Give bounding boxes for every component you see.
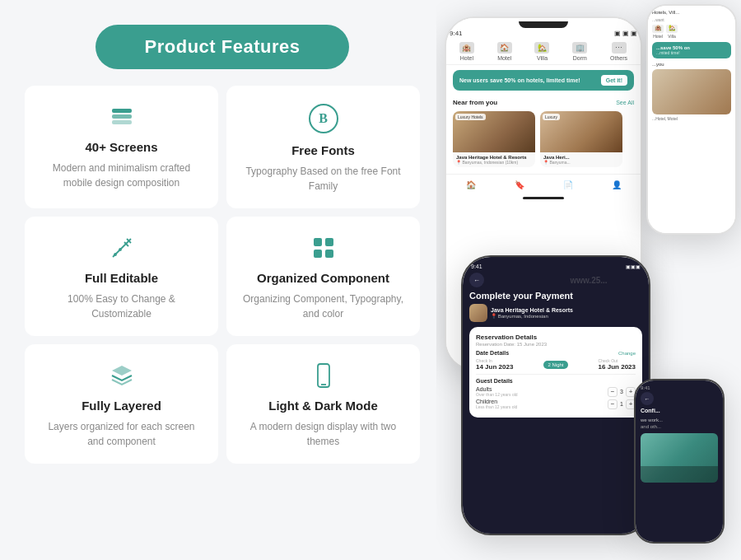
cat-dorm: 🏢 Dorm (572, 42, 587, 61)
svg-rect-10 (325, 238, 333, 246)
layers-icon (109, 104, 135, 130)
svg-rect-2 (112, 109, 132, 113)
cat-villa: 🏡 Villa (534, 42, 549, 61)
date-details-row: Date Details Change (476, 350, 636, 356)
phone-screen-dark: 9:41 ▣▣▣ ← Complete your Payment Java He… (463, 257, 649, 534)
phone-right-partial-1: Hotels, Vill... ...want 🏨 Hotel 🏡 Villa … (646, 4, 737, 235)
feature-desc-screens: Modern and minimalism crafted mobile des… (40, 161, 203, 190)
right-panel: 9:41 ▣ ▣ ▣ 🏨 Hotel 🏠 Motel 🏡 Villa (436, 0, 741, 560)
feature-desc-fonts: Typography Based on the free Font Family (241, 164, 405, 194)
hotel-img-2: Luxury (540, 111, 622, 152)
feature-card-layered: Fully Layered Layers organized for each … (25, 344, 218, 464)
adults-row: Adults Over than 12 years old − 3 + (476, 386, 636, 397)
features-grid: 40+ Screens Modern and minimalism crafte… (25, 86, 420, 464)
svg-rect-9 (314, 238, 322, 246)
feature-title-layered: Fully Layered (82, 399, 161, 413)
feature-title-editable: Full Editable (85, 271, 158, 285)
nav-profile-icon[interactable]: 👤 (611, 179, 622, 190)
back-button[interactable]: ← (469, 273, 484, 287)
svg-rect-1 (112, 114, 132, 119)
phone-icon (310, 362, 337, 389)
dark-status-bar: 9:41 ▣▣▣ (469, 264, 642, 273)
status-bar-light: 9:41 ▣ ▣ ▣ (446, 28, 641, 39)
phone-right-partial-2: 9:41 ← Confi... we work... and oth... (634, 379, 725, 544)
cat-motel: 🏠 Motel (497, 42, 512, 61)
feature-card-darkmode: Light & Dark Mode A modern design displa… (226, 344, 420, 464)
feature-desc-component: Organizing Component, Typography, and co… (241, 292, 405, 321)
wand-icon (109, 235, 135, 261)
hotel-card-2: Luxury Java Heri... 📍 Banyuma... (540, 111, 622, 167)
nav-bookmark-icon[interactable]: 🔖 (514, 179, 525, 190)
partial-screen-2: 9:41 ← Confi... we work... and oth... (636, 380, 723, 542)
near-you-row: Near from you See All (446, 96, 641, 108)
hotel-img-1: Luxury Hotels (453, 111, 535, 152)
nav-home-icon[interactable]: 🏠 (465, 179, 477, 190)
bottom-nav-light: 🏠 🔖 📄 👤 (446, 174, 641, 194)
children-row: Children Less than 12 years old − 1 + (476, 399, 636, 409)
feature-card-fonts: B Free Fonts Typography Based on the fre… (226, 86, 420, 208)
children-stepper[interactable]: − 1 + (608, 399, 636, 409)
feature-desc-darkmode: A modern design display with two themes (241, 419, 405, 449)
svg-rect-0 (112, 120, 132, 124)
left-panel: Product Features 40+ Screens Modern and … (0, 0, 436, 560)
feature-title-fonts: Free Fonts (291, 143, 355, 157)
product-features-title: Product Features (96, 25, 350, 69)
promo-banner: New users save 50% on hotels, limited ti… (453, 70, 634, 91)
svg-point-8 (119, 249, 121, 250)
children-minus[interactable]: − (608, 399, 618, 409)
hotel-info-2: Java Heri... 📍 Banyuma... (540, 152, 622, 167)
feature-title-darkmode: Light & Dark Mode (268, 399, 378, 413)
hotel-avatar-dark (469, 304, 487, 322)
category-icons: 🏨 Hotel 🏠 Motel 🏡 Villa 🏢 Dorm ⋯ O (446, 39, 641, 65)
svg-rect-13 (318, 364, 329, 387)
svg-point-7 (114, 254, 116, 255)
grid-icon (310, 235, 337, 261)
font-icon: B (309, 104, 338, 133)
nav-doc-icon[interactable]: 📄 (562, 179, 574, 190)
cat-others: ⋯ Others (610, 42, 627, 61)
feature-title-screens: 40+ Screens (86, 140, 158, 154)
payment-title: Complete your Payment (469, 291, 642, 301)
phone-payment: 9:41 ▣▣▣ ← Complete your Payment Java He… (461, 255, 650, 535)
hotel-row-dark: Java Heritage Hotel & Resorts 📍 Banyumas… (469, 304, 642, 322)
svg-rect-11 (314, 250, 322, 258)
dates-flex: Check In 14 Jun 2023 2 Night Check Out 1… (476, 358, 636, 371)
adults-minus[interactable]: − (608, 387, 618, 397)
hotel-card-1: Luxury Hotels Java Heritage Hotel & Reso… (453, 111, 535, 167)
feature-card-component: Organized Component Organizing Component… (226, 217, 420, 336)
svg-rect-12 (325, 250, 333, 258)
hotel-cards-row: Luxury Hotels Java Heritage Hotel & Reso… (446, 108, 641, 170)
feature-title-component: Organized Component (257, 271, 389, 285)
payment-card: Reservation Details Reservation Date: 15… (469, 327, 642, 418)
feature-card-screens: 40+ Screens Modern and minimalism crafte… (25, 86, 218, 208)
feature-card-editable: Full Editable 100% Easy to Change & Cust… (25, 217, 218, 336)
adults-stepper[interactable]: − 3 + (608, 387, 636, 397)
cat-hotel: 🏨 Hotel (459, 42, 474, 61)
stack-icon (109, 362, 135, 389)
feature-desc-editable: 100% Easy to Change & Customizable (40, 292, 203, 321)
feature-desc-layered: Layers organized for each screen and com… (40, 419, 203, 449)
hotel-info-1: Java Heritage Hotel & Resorts 📍 Banyumas… (453, 152, 535, 167)
partial-screen-1: Hotels, Vill... ...want 🏨 Hotel 🏡 Villa … (648, 6, 735, 233)
